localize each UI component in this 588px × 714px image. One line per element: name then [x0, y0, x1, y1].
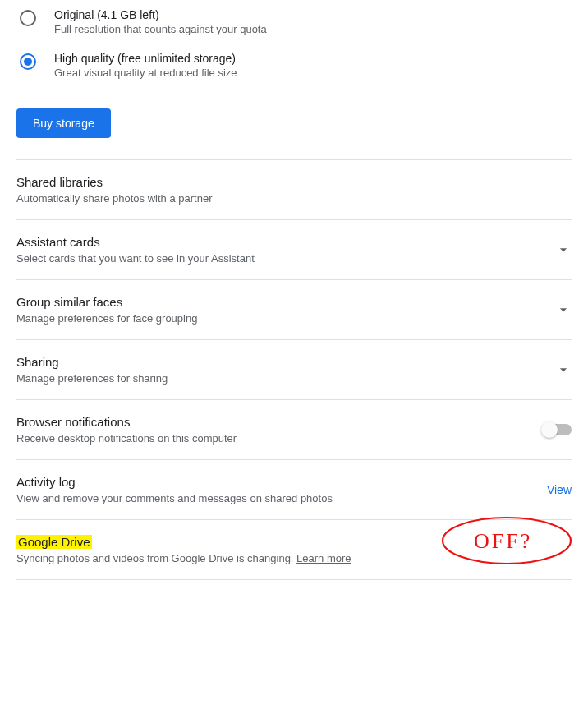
activity-log-title: Activity log	[16, 475, 333, 489]
activity-log-view-link[interactable]: View	[547, 483, 572, 496]
upload-highquality-sub: Great visual quality at reduced file siz…	[54, 67, 237, 79]
browser-notifications-title: Browser notifications	[16, 415, 237, 429]
upload-highquality-title: High quality (free unlimited storage)	[54, 52, 237, 65]
assistant-cards-section[interactable]: Assistant cards Select cards that you wa…	[16, 219, 572, 279]
chevron-down-icon	[555, 362, 572, 378]
radio-icon	[20, 10, 36, 26]
group-faces-sub: Manage preferences for face grouping	[16, 312, 197, 325]
google-drive-sub-text: Syncing photos and videos from Google Dr…	[16, 552, 296, 564]
shared-libraries-sub: Automatically share photos with a partne…	[16, 192, 572, 205]
activity-log-section: Activity log View and remove your commen…	[16, 459, 572, 519]
activity-log-sub: View and remove your comments and messag…	[16, 492, 333, 504]
upload-original-title: Original (4.1 GB left)	[54, 8, 267, 21]
buy-storage-button[interactable]: Buy storage	[16, 108, 111, 138]
google-drive-title: Google Drive	[16, 535, 572, 549]
chevron-down-icon	[555, 242, 572, 258]
upload-original-text: Original (4.1 GB left) Full resolution t…	[54, 8, 267, 35]
upload-highquality-text: High quality (free unlimited storage) Gr…	[54, 52, 237, 79]
google-drive-learn-more-link[interactable]: Learn more	[296, 552, 351, 564]
upload-original-option[interactable]: Original (4.1 GB left) Full resolution t…	[16, 0, 572, 44]
chevron-down-icon	[555, 302, 572, 318]
upload-original-sub: Full resolution that counts against your…	[54, 23, 267, 35]
google-drive-title-highlight: Google Drive	[16, 535, 92, 549]
group-faces-title: Group similar faces	[16, 295, 197, 309]
google-drive-section: Google Drive Syncing photos and videos f…	[16, 519, 572, 580]
google-drive-sub: Syncing photos and videos from Google Dr…	[16, 552, 572, 564]
assistant-cards-sub: Select cards that you want to see in you…	[16, 252, 255, 265]
upload-highquality-option[interactable]: High quality (free unlimited storage) Gr…	[16, 44, 572, 87]
browser-notifications-sub: Receive desktop notifications on this co…	[16, 432, 237, 445]
assistant-cards-title: Assistant cards	[16, 235, 255, 249]
group-faces-section[interactable]: Group similar faces Manage preferences f…	[16, 279, 572, 339]
browser-notifications-section: Browser notifications Receive desktop no…	[16, 399, 572, 459]
shared-libraries-section[interactable]: Shared libraries Automatically share pho…	[16, 159, 572, 219]
radio-icon-selected	[20, 53, 36, 70]
sharing-title: Sharing	[16, 355, 168, 369]
sharing-section[interactable]: Sharing Manage preferences for sharing	[16, 339, 572, 399]
shared-libraries-title: Shared libraries	[16, 175, 572, 189]
browser-notifications-toggle[interactable]	[544, 424, 572, 435]
sharing-sub: Manage preferences for sharing	[16, 372, 168, 385]
